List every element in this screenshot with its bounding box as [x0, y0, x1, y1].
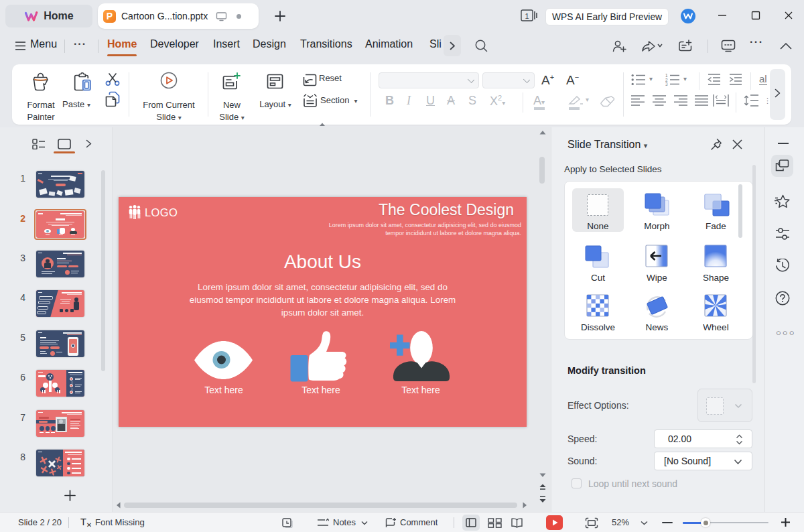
svg-text:3: 3 — [665, 82, 668, 86]
svg-text:1: 1 — [525, 12, 529, 20]
